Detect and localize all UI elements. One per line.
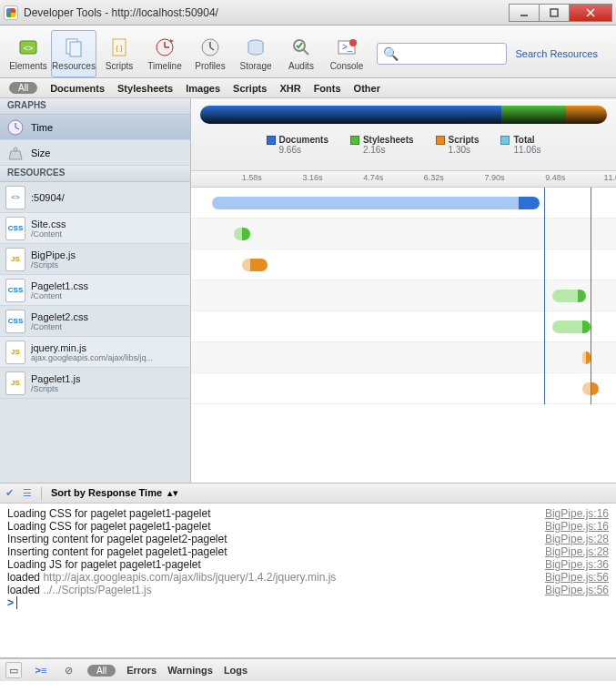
console-line: Loading CSS for pagelet pagelet1-pagelet… [7, 520, 609, 533]
resource-row[interactable]: CSSPagelet1.css/Content [0, 275, 190, 306]
resource-row[interactable]: JSBigPipe.js/Scripts [0, 244, 190, 275]
resources-sidebar: GRAPHS Time Size RESOURCES <>:50904/CSSS… [0, 98, 191, 483]
svg-rect-26 [14, 148, 17, 151]
js-file-icon: JS [5, 371, 25, 395]
timeline-row [191, 249, 616, 280]
console-source-link[interactable]: BigPipe.js:28 [545, 533, 609, 545]
window-titlebar: Developer Tools - http://localhost:50904… [0, 0, 616, 25]
console-prompt[interactable]: > [7, 596, 16, 609]
filter-all[interactable]: All [9, 82, 37, 94]
tab-profiles[interactable]: Profiles [187, 30, 233, 77]
graph-time[interactable]: Time [0, 115, 190, 140]
resource-path: /Content [31, 229, 66, 239]
time-ruler: 1.58s3.16s4.74s6.32s7.90s9.48s11.06s [191, 171, 616, 188]
timing-bar[interactable] [552, 290, 586, 302]
search-input[interactable]: 🔍 [377, 43, 507, 65]
timeline-row [191, 373, 616, 404]
tab-resources[interactable]: Resources [51, 30, 96, 77]
filter-images[interactable]: Images [186, 83, 220, 94]
filter-stylesheets[interactable]: Stylesheets [117, 83, 173, 94]
resource-row[interactable]: CSSSite.css/Content [0, 213, 190, 244]
filter-scripts[interactable]: Scripts [233, 83, 267, 94]
console-source-link[interactable]: BigPipe.js:56 [545, 584, 609, 596]
clear-icon[interactable]: ⊘ [60, 662, 76, 678]
maximize-button[interactable] [539, 4, 570, 22]
console-output[interactable]: Loading CSS for pagelet pagelet1-pagelet… [0, 504, 616, 658]
list-icon[interactable]: ☰ [23, 487, 32, 499]
graph-size-label: Size [31, 148, 50, 158]
sort-dropdown[interactable]: Sort by Response Time ▴▾ [51, 487, 178, 499]
status-warnings[interactable]: Warnings [167, 665, 213, 676]
resource-name: BigPipe.js [31, 249, 76, 260]
timing-bar[interactable] [212, 197, 540, 209]
timeline-row [191, 311, 616, 342]
tab-elements[interactable]: <>Elements [5, 30, 51, 77]
tab-storage[interactable]: Storage [233, 30, 278, 77]
status-errors[interactable]: Errors [126, 665, 157, 676]
timing-bar[interactable] [242, 259, 268, 271]
resource-type-filters: All Documents Stylesheets Images Scripts… [0, 78, 616, 98]
graph-size[interactable]: Size [0, 140, 190, 166]
status-logs[interactable]: Logs [224, 665, 247, 676]
sort-bar: ✔ ☰ Sort by Response Time ▴▾ [0, 483, 616, 504]
svg-text:{ }: { } [116, 44, 123, 52]
svg-point-22 [349, 39, 357, 46]
filter-xhr[interactable]: XHR [279, 83, 300, 94]
timeline-rows [191, 188, 616, 404]
check-icon[interactable]: ✔ [5, 487, 14, 499]
resource-row[interactable]: JSPagelet1.js/Scripts [0, 368, 190, 399]
tab-timeline[interactable]: Timeline [142, 30, 187, 77]
timeline-row [191, 188, 616, 219]
search-icon: 🔍 [383, 46, 399, 61]
tab-scripts[interactable]: { }Scripts [96, 30, 142, 77]
dock-icon[interactable]: ▭ [5, 662, 22, 678]
timing-bar[interactable] [552, 321, 591, 333]
resource-path: /Content [31, 291, 88, 300]
console-source-link[interactable]: BigPipe.js:28 [545, 545, 609, 558]
svg-rect-7 [70, 42, 81, 56]
resource-path: /Content [31, 322, 88, 331]
console-source-link[interactable]: BigPipe.js:36 [545, 558, 609, 571]
timing-bar[interactable] [582, 351, 591, 364]
resources-header: RESOURCES [0, 166, 190, 182]
resource-row[interactable]: JSjquery.min.jsajax.googleapis.com/ajax/… [0, 337, 190, 368]
console-source-link[interactable]: BigPipe.js:16 [545, 507, 609, 520]
filter-other[interactable]: Other [354, 83, 380, 94]
console-line: Inserting content for pagelet pagelet1-p… [7, 545, 609, 558]
timing-bar[interactable] [234, 228, 251, 240]
graphs-header: GRAPHS [0, 98, 190, 115]
tab-console[interactable]: >_Console [324, 30, 369, 77]
console-line: Inserting content for pagelet pagelet2-p… [7, 533, 609, 545]
legend-item: Total11.06s [500, 135, 540, 155]
search-help-link[interactable]: Search Resources [516, 48, 599, 59]
console-source-link[interactable]: BigPipe.js:56 [545, 571, 609, 584]
minimize-button[interactable] [509, 4, 540, 22]
event-marker [591, 188, 591, 404]
status-all[interactable]: All [87, 665, 116, 677]
resource-row[interactable]: <>:50904/ [0, 182, 190, 213]
window-title: Developer Tools - http://localhost:50904… [24, 6, 218, 19]
console-line: loaded ../../Scripts/Pagelet1.jsBigPipe.… [7, 584, 609, 596]
close-button[interactable] [569, 4, 612, 22]
tab-audits[interactable]: Audits [278, 30, 324, 77]
resource-name: Pagelet1.js [31, 373, 80, 384]
summary-bar [200, 106, 607, 124]
timeline-panel: Documents9.66sStylesheets2.16sScripts1.3… [191, 98, 616, 483]
svg-line-19 [303, 49, 308, 55]
event-marker [544, 188, 545, 404]
svg-marker-13 [170, 39, 174, 43]
filter-documents[interactable]: Documents [50, 83, 105, 94]
legend-item: Scripts1.30s [436, 135, 480, 155]
console-toggle-icon[interactable]: >≡ [33, 662, 49, 678]
doc-file-icon: <> [5, 186, 25, 209]
resource-row[interactable]: CSSPagelet2.css/Content [0, 306, 190, 337]
legend-item: Documents9.66s [267, 135, 328, 155]
resource-name: jquery.min.js [31, 342, 153, 353]
main-toolbar: <>Elements Resources { }Scripts Timeline… [0, 25, 616, 78]
svg-rect-1 [550, 9, 558, 16]
console-source-link[interactable]: BigPipe.js:16 [545, 520, 609, 533]
js-file-icon: JS [5, 248, 25, 271]
graph-time-label: Time [31, 122, 53, 133]
filter-fonts[interactable]: Fonts [314, 83, 341, 94]
timeline-row [191, 219, 616, 249]
